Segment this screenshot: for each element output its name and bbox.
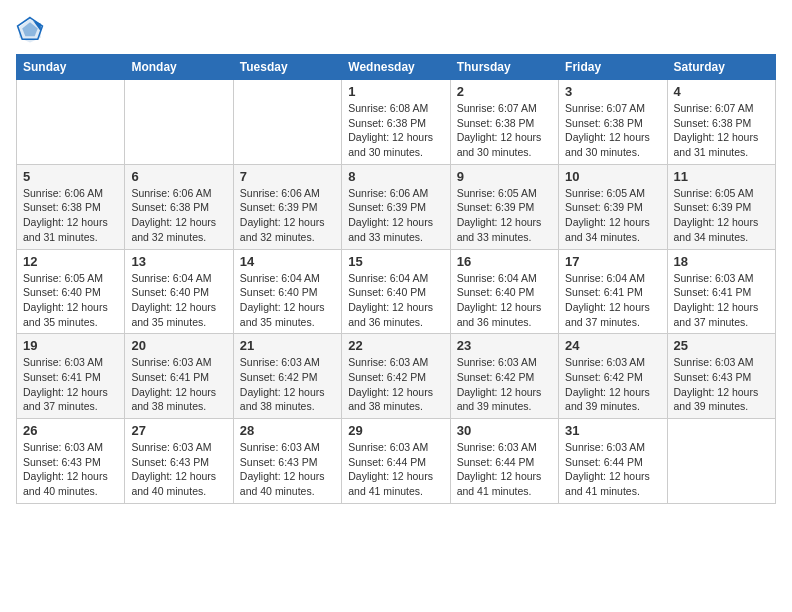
- day-number: 19: [23, 338, 118, 353]
- day-info: Sunrise: 6:04 AMSunset: 6:40 PMDaylight:…: [240, 271, 335, 330]
- day-info: Sunrise: 6:05 AMSunset: 6:39 PMDaylight:…: [674, 186, 769, 245]
- day-number: 7: [240, 169, 335, 184]
- day-number: 20: [131, 338, 226, 353]
- day-number: 26: [23, 423, 118, 438]
- day-number: 28: [240, 423, 335, 438]
- calendar-cell: 18Sunrise: 6:03 AMSunset: 6:41 PMDayligh…: [667, 249, 775, 334]
- weekday-header-monday: Monday: [125, 55, 233, 80]
- calendar-cell: [125, 80, 233, 165]
- calendar-header: SundayMondayTuesdayWednesdayThursdayFrid…: [17, 55, 776, 80]
- calendar-cell: 4Sunrise: 6:07 AMSunset: 6:38 PMDaylight…: [667, 80, 775, 165]
- day-info: Sunrise: 6:03 AMSunset: 6:43 PMDaylight:…: [240, 440, 335, 499]
- calendar-cell: [17, 80, 125, 165]
- day-number: 24: [565, 338, 660, 353]
- day-number: 5: [23, 169, 118, 184]
- calendar-cell: 17Sunrise: 6:04 AMSunset: 6:41 PMDayligh…: [559, 249, 667, 334]
- calendar-body: 1Sunrise: 6:08 AMSunset: 6:38 PMDaylight…: [17, 80, 776, 504]
- calendar-week-row: 19Sunrise: 6:03 AMSunset: 6:41 PMDayligh…: [17, 334, 776, 419]
- day-number: 10: [565, 169, 660, 184]
- day-info: Sunrise: 6:03 AMSunset: 6:42 PMDaylight:…: [240, 355, 335, 414]
- calendar-cell: 20Sunrise: 6:03 AMSunset: 6:41 PMDayligh…: [125, 334, 233, 419]
- calendar-cell: 12Sunrise: 6:05 AMSunset: 6:40 PMDayligh…: [17, 249, 125, 334]
- day-number: 15: [348, 254, 443, 269]
- day-number: 30: [457, 423, 552, 438]
- calendar-cell: 31Sunrise: 6:03 AMSunset: 6:44 PMDayligh…: [559, 419, 667, 504]
- day-info: Sunrise: 6:04 AMSunset: 6:41 PMDaylight:…: [565, 271, 660, 330]
- calendar-cell: 29Sunrise: 6:03 AMSunset: 6:44 PMDayligh…: [342, 419, 450, 504]
- day-info: Sunrise: 6:03 AMSunset: 6:41 PMDaylight:…: [131, 355, 226, 414]
- day-info: Sunrise: 6:03 AMSunset: 6:42 PMDaylight:…: [457, 355, 552, 414]
- calendar-cell: 1Sunrise: 6:08 AMSunset: 6:38 PMDaylight…: [342, 80, 450, 165]
- day-info: Sunrise: 6:07 AMSunset: 6:38 PMDaylight:…: [565, 101, 660, 160]
- calendar-cell: 10Sunrise: 6:05 AMSunset: 6:39 PMDayligh…: [559, 164, 667, 249]
- day-info: Sunrise: 6:03 AMSunset: 6:44 PMDaylight:…: [348, 440, 443, 499]
- calendar-cell: 27Sunrise: 6:03 AMSunset: 6:43 PMDayligh…: [125, 419, 233, 504]
- calendar-cell: 16Sunrise: 6:04 AMSunset: 6:40 PMDayligh…: [450, 249, 558, 334]
- weekday-header-sunday: Sunday: [17, 55, 125, 80]
- calendar-cell: 21Sunrise: 6:03 AMSunset: 6:42 PMDayligh…: [233, 334, 341, 419]
- calendar-cell: 15Sunrise: 6:04 AMSunset: 6:40 PMDayligh…: [342, 249, 450, 334]
- day-info: Sunrise: 6:03 AMSunset: 6:43 PMDaylight:…: [674, 355, 769, 414]
- day-number: 4: [674, 84, 769, 99]
- day-number: 27: [131, 423, 226, 438]
- day-number: 12: [23, 254, 118, 269]
- day-info: Sunrise: 6:04 AMSunset: 6:40 PMDaylight:…: [348, 271, 443, 330]
- calendar-cell: 8Sunrise: 6:06 AMSunset: 6:39 PMDaylight…: [342, 164, 450, 249]
- day-number: 13: [131, 254, 226, 269]
- calendar-cell: 6Sunrise: 6:06 AMSunset: 6:38 PMDaylight…: [125, 164, 233, 249]
- day-info: Sunrise: 6:07 AMSunset: 6:38 PMDaylight:…: [674, 101, 769, 160]
- day-number: 21: [240, 338, 335, 353]
- logo-icon: [16, 16, 44, 44]
- day-info: Sunrise: 6:08 AMSunset: 6:38 PMDaylight:…: [348, 101, 443, 160]
- day-info: Sunrise: 6:03 AMSunset: 6:43 PMDaylight:…: [23, 440, 118, 499]
- day-number: 23: [457, 338, 552, 353]
- weekday-header-saturday: Saturday: [667, 55, 775, 80]
- day-info: Sunrise: 6:06 AMSunset: 6:39 PMDaylight:…: [240, 186, 335, 245]
- day-info: Sunrise: 6:03 AMSunset: 6:42 PMDaylight:…: [565, 355, 660, 414]
- day-number: 2: [457, 84, 552, 99]
- day-number: 1: [348, 84, 443, 99]
- day-number: 31: [565, 423, 660, 438]
- day-info: Sunrise: 6:04 AMSunset: 6:40 PMDaylight:…: [131, 271, 226, 330]
- day-info: Sunrise: 6:06 AMSunset: 6:38 PMDaylight:…: [23, 186, 118, 245]
- day-info: Sunrise: 6:06 AMSunset: 6:39 PMDaylight:…: [348, 186, 443, 245]
- day-number: 8: [348, 169, 443, 184]
- day-number: 17: [565, 254, 660, 269]
- calendar-cell: 26Sunrise: 6:03 AMSunset: 6:43 PMDayligh…: [17, 419, 125, 504]
- day-number: 11: [674, 169, 769, 184]
- calendar-cell: 3Sunrise: 6:07 AMSunset: 6:38 PMDaylight…: [559, 80, 667, 165]
- calendar-cell: 11Sunrise: 6:05 AMSunset: 6:39 PMDayligh…: [667, 164, 775, 249]
- calendar-cell: 25Sunrise: 6:03 AMSunset: 6:43 PMDayligh…: [667, 334, 775, 419]
- calendar-cell: 5Sunrise: 6:06 AMSunset: 6:38 PMDaylight…: [17, 164, 125, 249]
- calendar-cell: 14Sunrise: 6:04 AMSunset: 6:40 PMDayligh…: [233, 249, 341, 334]
- page-header: [16, 16, 776, 44]
- calendar-cell: 24Sunrise: 6:03 AMSunset: 6:42 PMDayligh…: [559, 334, 667, 419]
- day-number: 16: [457, 254, 552, 269]
- calendar-cell: 28Sunrise: 6:03 AMSunset: 6:43 PMDayligh…: [233, 419, 341, 504]
- calendar-cell: 19Sunrise: 6:03 AMSunset: 6:41 PMDayligh…: [17, 334, 125, 419]
- calendar-week-row: 12Sunrise: 6:05 AMSunset: 6:40 PMDayligh…: [17, 249, 776, 334]
- day-info: Sunrise: 6:03 AMSunset: 6:41 PMDaylight:…: [674, 271, 769, 330]
- day-number: 14: [240, 254, 335, 269]
- day-number: 9: [457, 169, 552, 184]
- weekday-header-thursday: Thursday: [450, 55, 558, 80]
- day-info: Sunrise: 6:03 AMSunset: 6:42 PMDaylight:…: [348, 355, 443, 414]
- day-number: 6: [131, 169, 226, 184]
- calendar-cell: 13Sunrise: 6:04 AMSunset: 6:40 PMDayligh…: [125, 249, 233, 334]
- calendar-cell: [233, 80, 341, 165]
- calendar-cell: 30Sunrise: 6:03 AMSunset: 6:44 PMDayligh…: [450, 419, 558, 504]
- day-info: Sunrise: 6:05 AMSunset: 6:39 PMDaylight:…: [457, 186, 552, 245]
- day-number: 29: [348, 423, 443, 438]
- weekday-header-friday: Friday: [559, 55, 667, 80]
- day-info: Sunrise: 6:07 AMSunset: 6:38 PMDaylight:…: [457, 101, 552, 160]
- calendar-cell: 22Sunrise: 6:03 AMSunset: 6:42 PMDayligh…: [342, 334, 450, 419]
- weekday-header-row: SundayMondayTuesdayWednesdayThursdayFrid…: [17, 55, 776, 80]
- day-info: Sunrise: 6:03 AMSunset: 6:44 PMDaylight:…: [457, 440, 552, 499]
- calendar-cell: 9Sunrise: 6:05 AMSunset: 6:39 PMDaylight…: [450, 164, 558, 249]
- day-info: Sunrise: 6:03 AMSunset: 6:43 PMDaylight:…: [131, 440, 226, 499]
- logo: [16, 16, 48, 44]
- calendar-week-row: 5Sunrise: 6:06 AMSunset: 6:38 PMDaylight…: [17, 164, 776, 249]
- day-info: Sunrise: 6:05 AMSunset: 6:40 PMDaylight:…: [23, 271, 118, 330]
- calendar-week-row: 1Sunrise: 6:08 AMSunset: 6:38 PMDaylight…: [17, 80, 776, 165]
- calendar-cell: 23Sunrise: 6:03 AMSunset: 6:42 PMDayligh…: [450, 334, 558, 419]
